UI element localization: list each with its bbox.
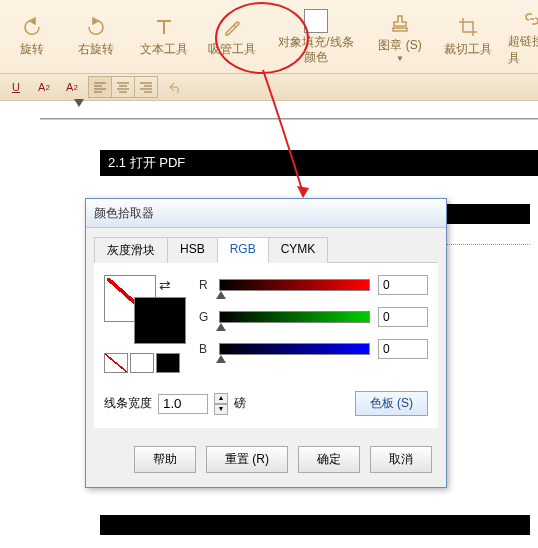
fill-color-icon	[304, 9, 328, 33]
g-label: G	[199, 310, 211, 324]
tab-content: ⇄ R G B	[94, 263, 438, 428]
line-width-spinner[interactable]: ▲ ▼	[214, 393, 228, 415]
pt-unit-label: 磅	[234, 395, 246, 412]
slider-thumb[interactable]	[216, 291, 226, 299]
dialog-title: 颜色拾取器	[94, 205, 154, 222]
tab-hsb[interactable]: HSB	[167, 237, 218, 263]
ok-button[interactable]: 确定	[298, 446, 360, 473]
tab-rgb[interactable]: RGB	[217, 237, 269, 263]
rotate-right-icon	[85, 15, 107, 39]
g-input[interactable]	[378, 307, 428, 327]
r-slider[interactable]	[219, 279, 370, 291]
spin-up-icon[interactable]: ▲	[214, 393, 228, 404]
horizontal-ruler	[40, 101, 538, 120]
slider-thumb[interactable]	[216, 355, 226, 363]
eyedropper-tool[interactable]: 吸管工具	[200, 0, 264, 73]
swap-colors-icon[interactable]: ⇄	[159, 277, 171, 293]
dialog-titlebar[interactable]: 颜色拾取器	[86, 199, 446, 228]
align-right-button[interactable]	[135, 77, 157, 97]
line-width-input[interactable]	[158, 394, 208, 414]
slider-thumb[interactable]	[216, 323, 226, 331]
align-left-icon	[93, 81, 107, 93]
help-button[interactable]: 帮助	[134, 446, 196, 473]
superscript-button[interactable]: A2	[32, 76, 56, 98]
line-width-label: 线条宽度	[104, 395, 152, 412]
no-color-swatch[interactable]	[104, 353, 128, 373]
color-swatches[interactable]: ⇄	[104, 275, 189, 345]
dropdown-icon: ▼	[396, 54, 404, 63]
fill-color-tool[interactable]: 对象填充/线条颜色	[268, 0, 364, 73]
g-slider[interactable]	[219, 311, 370, 323]
palette-button[interactable]: 色板 (S)	[355, 391, 428, 416]
crop-label: 裁切工具	[444, 41, 492, 58]
align-center-icon	[116, 81, 130, 93]
rotate-left-tool[interactable]: 旋转	[0, 0, 64, 73]
ruler-marker[interactable]	[74, 99, 84, 107]
undo-button[interactable]	[162, 76, 186, 98]
black-swatch[interactable]	[156, 353, 180, 373]
text-tool[interactable]: 文本工具	[132, 0, 196, 73]
white-swatch[interactable]	[130, 353, 154, 373]
fill-swatch[interactable]	[134, 297, 186, 344]
tab-grayscale[interactable]: 灰度滑块	[94, 237, 168, 263]
hyperlink-tool[interactable]: 超链接工具	[500, 0, 538, 73]
text-icon	[153, 15, 175, 39]
rotate-right-label: 右旋转	[78, 41, 114, 58]
crop-icon	[457, 15, 479, 39]
rotate-left-label: 旋转	[20, 41, 44, 58]
align-right-icon	[139, 81, 153, 93]
align-left-button[interactable]	[89, 77, 112, 97]
underline-button[interactable]: U	[4, 76, 28, 98]
align-group	[88, 76, 158, 98]
format-bar: U A2 A2	[0, 74, 538, 101]
reset-button[interactable]: 重置 (R)	[206, 446, 288, 473]
stamp-tool[interactable]: 图章 (S) ▼	[368, 0, 432, 73]
b-label: B	[199, 342, 211, 356]
link-icon	[521, 7, 538, 31]
subscript-button[interactable]: A2	[60, 76, 84, 98]
color-picker-dialog: 颜色拾取器 灰度滑块 HSB RGB CYMK ⇄	[85, 198, 447, 488]
black-bar	[100, 515, 530, 535]
spin-down-icon[interactable]: ▼	[214, 404, 228, 415]
undo-icon	[166, 80, 182, 94]
eyedropper-label: 吸管工具	[208, 41, 256, 58]
preset-swatches	[104, 353, 189, 373]
b-input[interactable]	[378, 339, 428, 359]
section-heading: 2.1 打开 PDF	[100, 150, 538, 176]
fill-color-label: 对象填充/线条颜色	[276, 35, 356, 64]
rotate-right-tool[interactable]: 右旋转	[64, 0, 128, 73]
hyperlink-label: 超链接工具	[508, 33, 538, 67]
stamp-label: 图章 (S)	[378, 37, 421, 54]
stamp-icon	[389, 11, 411, 35]
rotate-left-icon	[21, 15, 43, 39]
main-toolbar: 旋转 右旋转 文本工具 吸管工具 对象填充/线条颜色 图章 (S) ▼ 裁切工具…	[0, 0, 538, 74]
eyedropper-icon	[221, 15, 243, 39]
b-slider[interactable]	[219, 343, 370, 355]
crop-tool[interactable]: 裁切工具	[436, 0, 500, 73]
dialog-buttons: 帮助 重置 (R) 确定 取消	[86, 436, 446, 487]
align-center-button[interactable]	[112, 77, 135, 97]
dialog-tabs: 灰度滑块 HSB RGB CYMK	[94, 236, 438, 263]
tab-cymk[interactable]: CYMK	[268, 237, 329, 263]
text-tool-label: 文本工具	[140, 41, 188, 58]
r-label: R	[199, 278, 211, 292]
r-input[interactable]	[378, 275, 428, 295]
cancel-button[interactable]: 取消	[370, 446, 432, 473]
